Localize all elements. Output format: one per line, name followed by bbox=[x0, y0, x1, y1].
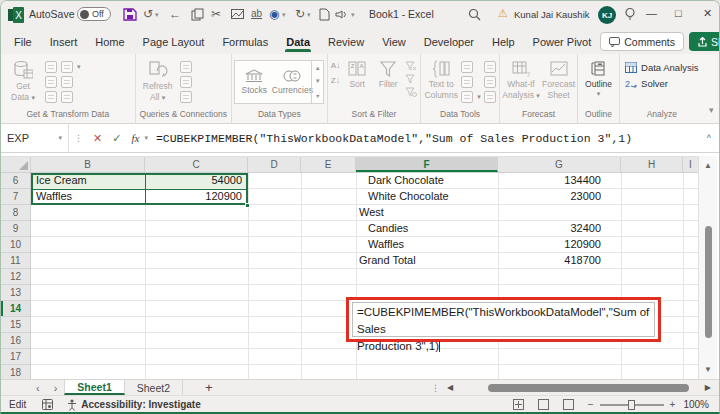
zoom-slider-thumb[interactable] bbox=[628, 400, 635, 410]
column-header-g[interactable]: G bbox=[498, 157, 621, 172]
flash-fill-icon[interactable] bbox=[461, 61, 473, 73]
zoom-out-icon[interactable]: − bbox=[588, 399, 594, 410]
hscroll-right-icon[interactable]: ▶ bbox=[705, 383, 711, 392]
cell-g10[interactable]: 120900 bbox=[498, 237, 601, 253]
name-box-chevron-icon[interactable]: ▾ bbox=[58, 134, 62, 142]
scroll-up-icon[interactable]: ▲ bbox=[699, 161, 717, 170]
enter-entry-button[interactable]: ✓ bbox=[107, 132, 126, 145]
from-picture-icon[interactable] bbox=[45, 91, 57, 103]
normal-view-icon[interactable] bbox=[513, 399, 524, 410]
cell-f7[interactable]: White Chocolate bbox=[368, 189, 496, 205]
data-analysis-button[interactable]: Data Analysis bbox=[625, 62, 699, 73]
from-web-icon[interactable] bbox=[45, 76, 57, 88]
warning-icon[interactable]: ⚠ bbox=[498, 7, 508, 20]
row-header-17[interactable]: 17 bbox=[1, 349, 30, 365]
lightbulb-icon[interactable] bbox=[624, 7, 636, 21]
sort-ascending-icon[interactable]: A↓ bbox=[331, 61, 340, 70]
namebox-splitter-icon[interactable]: ⋮ bbox=[69, 133, 88, 143]
sort-descending-icon[interactable]: Z↓ bbox=[331, 76, 340, 85]
tab-review[interactable]: Review bbox=[319, 32, 373, 52]
page-layout-view-icon[interactable] bbox=[538, 399, 549, 410]
select-all-corner[interactable] bbox=[1, 157, 31, 172]
copy-icon[interactable] bbox=[191, 8, 204, 21]
undo-chevron-icon[interactable]: ▾ bbox=[155, 11, 159, 19]
hscroll-left-icon[interactable]: ◀ bbox=[447, 383, 453, 392]
qat-overflow-icon[interactable]: ▾ bbox=[351, 11, 355, 19]
tab-power-pivot[interactable]: Power Pivot bbox=[524, 32, 601, 52]
advanced-filter-icon[interactable] bbox=[405, 87, 417, 97]
row-header-11[interactable]: 11 bbox=[1, 253, 30, 269]
workbook-links-icon[interactable] bbox=[180, 91, 192, 103]
undo-icon[interactable]: ↺ bbox=[143, 7, 153, 21]
row-header-9[interactable]: 9 bbox=[1, 221, 30, 237]
maximize-button[interactable]: □ bbox=[675, 7, 682, 19]
queries-connections-icon[interactable] bbox=[180, 61, 192, 73]
gallery-more-icon[interactable]: ▾ bbox=[316, 92, 319, 99]
vertical-scrollbar[interactable]: ▲ ▼ bbox=[698, 156, 717, 379]
row-header-15[interactable]: 15 bbox=[1, 317, 30, 333]
tab-insert[interactable]: Insert bbox=[41, 32, 87, 52]
zoom-slider[interactable] bbox=[600, 404, 664, 406]
relationships-icon[interactable] bbox=[484, 76, 496, 88]
cell-f10[interactable]: Waffles bbox=[368, 237, 496, 253]
tab-home[interactable]: Home bbox=[86, 32, 133, 52]
cell-c6[interactable]: 54000 bbox=[148, 173, 242, 189]
tab-data[interactable]: Data bbox=[277, 32, 319, 52]
recent-sources-icon[interactable] bbox=[61, 76, 73, 88]
spreadsheet-grid[interactable]: 6 7 8 9 10 11 12 13 14 15 16 17 18 Ice C… bbox=[1, 173, 698, 379]
row-header-16[interactable]: 16 bbox=[1, 333, 30, 349]
cell-f8[interactable]: West bbox=[359, 205, 496, 221]
column-header-c[interactable]: C bbox=[145, 157, 248, 172]
remove-duplicates-icon[interactable] bbox=[461, 76, 473, 88]
row-header-6[interactable]: 6 bbox=[1, 173, 30, 189]
from-table-icon[interactable] bbox=[61, 61, 73, 73]
vertical-scroll-thumb[interactable] bbox=[705, 226, 712, 338]
zoom-level[interactable]: 100% bbox=[683, 399, 709, 410]
stocks-button[interactable]: Stocks bbox=[235, 61, 273, 103]
row-header-12[interactable]: 12 bbox=[1, 269, 30, 285]
cell-f9[interactable]: Candies bbox=[368, 221, 496, 237]
column-header-b[interactable]: B bbox=[31, 157, 145, 172]
cell-b6[interactable]: Ice Cream bbox=[36, 173, 141, 189]
row-header-7[interactable]: 7 bbox=[1, 189, 30, 205]
cell-g7[interactable]: 23000 bbox=[498, 189, 601, 205]
accessibility-status[interactable]: Accessibility: Investigate bbox=[81, 399, 201, 410]
sheet-prev-icon[interactable]: ‹ bbox=[29, 382, 47, 394]
tab-page-layout[interactable]: Page Layout bbox=[134, 32, 214, 52]
refresh-all-button[interactable]: Refresh All ▾ bbox=[139, 58, 177, 103]
manage-data-model-icon[interactable] bbox=[484, 91, 496, 103]
from-text-icon[interactable] bbox=[45, 61, 57, 73]
data-validation-icon[interactable] bbox=[461, 91, 473, 103]
tab-formulas[interactable]: Formulas bbox=[213, 32, 277, 52]
row-header-8[interactable]: 8 bbox=[1, 205, 30, 221]
redo-icon[interactable]: ↻ bbox=[295, 7, 305, 21]
sheet-tab-sheet2[interactable]: Sheet2 bbox=[125, 380, 183, 395]
sort-button[interactable]: ZA Sort bbox=[343, 58, 371, 89]
cell-g6[interactable]: 134400 bbox=[498, 173, 601, 189]
column-header-e[interactable]: E bbox=[301, 157, 356, 172]
filter-button[interactable]: Filter bbox=[374, 58, 402, 89]
tab-splitter-icon[interactable]: ⋮ bbox=[431, 383, 440, 393]
text-to-columns-button[interactable]: Text to Columns bbox=[424, 58, 458, 100]
gallery-scroll[interactable]: ▲ ▼ ▾ bbox=[311, 61, 323, 103]
tab-view[interactable]: View bbox=[373, 32, 415, 52]
column-header-h[interactable]: H bbox=[621, 157, 683, 172]
name-box[interactable]: EXP ▾ bbox=[1, 124, 69, 152]
cell-f11[interactable]: Grand Total bbox=[359, 253, 496, 269]
gallery-up-icon[interactable]: ▲ bbox=[315, 65, 321, 71]
horizontal-scrollbar[interactable]: ◀ ▶ bbox=[445, 380, 713, 396]
column-header-d[interactable]: D bbox=[248, 157, 301, 172]
cell-g11[interactable]: 418700 bbox=[498, 253, 601, 269]
consolidate-icon[interactable] bbox=[484, 61, 496, 73]
row-header-14[interactable]: 14 bbox=[1, 301, 30, 317]
row-header-18[interactable]: 18 bbox=[1, 365, 30, 379]
sheet-next-icon[interactable]: › bbox=[47, 382, 65, 394]
fill-handle[interactable] bbox=[245, 203, 250, 208]
touch-mode-icon[interactable]: ◉ bbox=[269, 7, 279, 21]
minimize-button[interactable]: — bbox=[646, 7, 657, 19]
zoom-in-icon[interactable]: + bbox=[670, 399, 676, 410]
new-document-icon[interactable] bbox=[319, 8, 330, 21]
cancel-entry-button[interactable]: ✕ bbox=[88, 132, 107, 145]
user-avatar[interactable]: KJ bbox=[598, 6, 616, 24]
redo-chevron-icon[interactable]: ▾ bbox=[307, 11, 311, 19]
